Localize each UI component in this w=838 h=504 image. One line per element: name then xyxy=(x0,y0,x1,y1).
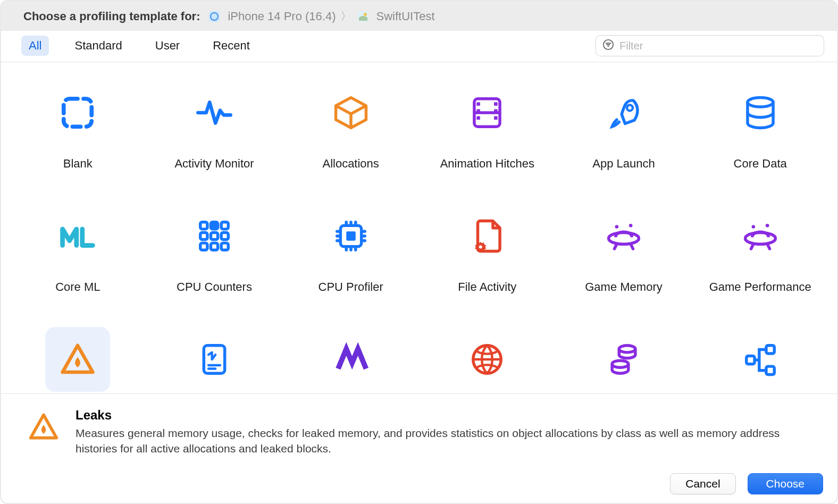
template-label: Allocations xyxy=(315,155,386,173)
detail-panel: Leaks Measures general memory usage, che… xyxy=(1,393,837,468)
template-grid: BlankActivity MonitorAllocationsAnimatio… xyxy=(10,80,828,393)
tab-all[interactable]: All xyxy=(21,36,49,56)
breadcrumb-app[interactable]: SwiftUITest xyxy=(376,10,435,23)
template-core-ml[interactable]: Core ML xyxy=(16,204,139,296)
metal-m-icon xyxy=(319,327,383,392)
header-title: Choose a profiling template for: xyxy=(23,10,200,23)
template-label: Game Memory xyxy=(577,278,669,296)
template-activity-monitor[interactable]: Activity Monitor xyxy=(153,80,275,173)
toolbar: AllStandardUserRecent xyxy=(1,31,837,62)
template-cpu-profiler[interactable]: CPU Profiler xyxy=(290,204,412,296)
choose-button[interactable]: Choose xyxy=(748,473,823,494)
template-label: Core Data xyxy=(726,155,794,173)
template-grid-scroll[interactable]: BlankActivity MonitorAllocationsAnimatio… xyxy=(1,62,837,393)
footer-buttons: Cancel Choose xyxy=(1,468,837,503)
tab-standard[interactable]: Standard xyxy=(67,36,129,56)
chip-icon xyxy=(319,204,383,268)
template-allocations[interactable]: Allocations xyxy=(290,80,412,173)
template-cpu-counters[interactable]: CPU Counters xyxy=(153,204,275,296)
template-swift-concurrency[interactable]: Swift Concurrency xyxy=(699,327,822,393)
nodes-icon xyxy=(728,327,793,392)
template-label: Animation Hitches xyxy=(433,155,542,173)
grid9-icon xyxy=(182,204,247,268)
template-network[interactable]: Network xyxy=(426,327,548,393)
template-metal-system-trace[interactable]: Metal System Trace xyxy=(290,327,412,393)
tab-user[interactable]: User xyxy=(148,36,187,56)
filter-field[interactable] xyxy=(596,35,824,56)
chevron-right-icon: 〉 xyxy=(340,9,352,24)
template-label: App Launch xyxy=(585,155,662,173)
leak-icon xyxy=(45,327,110,392)
film-icon xyxy=(455,80,519,145)
header-bar: Choose a profiling template for: iPhone … xyxy=(1,1,837,31)
cylinder-icon xyxy=(728,80,793,145)
breadcrumb-device[interactable]: iPhone 14 Pro (16.4) xyxy=(228,10,336,23)
tab-recent[interactable]: Recent xyxy=(205,36,257,56)
template-label: CPU Profiler xyxy=(311,278,391,296)
template-game-performance[interactable]: Game Performance xyxy=(699,204,822,296)
template-leaks[interactable]: Leaks xyxy=(16,327,139,393)
cancel-button[interactable]: Cancel xyxy=(670,473,735,494)
activity-icon xyxy=(182,80,247,145)
filter-icon xyxy=(602,39,614,53)
template-label: File Activity xyxy=(450,278,524,296)
template-file-activity[interactable]: File Activity xyxy=(426,204,548,296)
template-label: Blank xyxy=(56,155,100,173)
template-animation-hitches[interactable]: Animation Hitches xyxy=(426,80,548,173)
detail-text: Leaks Measures general memory usage, che… xyxy=(76,408,810,456)
template-app-launch[interactable]: App Launch xyxy=(563,80,685,173)
ml-icon xyxy=(45,204,110,268)
cube-icon xyxy=(319,80,383,145)
detail-title: Leaks xyxy=(76,408,810,423)
ufo-icon xyxy=(728,204,793,268)
device-icon xyxy=(207,10,221,23)
blank-icon xyxy=(45,80,110,145)
template-label: Core ML xyxy=(48,278,107,296)
detail-description: Measures general memory usage, checks fo… xyxy=(76,426,810,456)
template-core-data[interactable]: Core Data xyxy=(699,80,822,173)
template-logging[interactable]: Logging xyxy=(153,327,275,393)
app-icon xyxy=(356,10,370,23)
template-chooser-window: Choose a profiling template for: iPhone … xyxy=(0,0,838,504)
filter-input[interactable] xyxy=(619,40,817,52)
template-label: Activity Monitor xyxy=(167,155,261,173)
template-game-memory[interactable]: Game Memory xyxy=(563,204,685,296)
ufo-icon xyxy=(591,204,656,268)
template-label: CPU Counters xyxy=(169,278,259,296)
coins-icon xyxy=(591,327,656,392)
template-label: Game Performance xyxy=(702,278,819,296)
globe-icon xyxy=(455,327,519,392)
file-gear-icon xyxy=(455,204,519,268)
detail-icon xyxy=(28,411,60,443)
template-blank[interactable]: Blank xyxy=(16,80,139,173)
log-doc-icon xyxy=(182,327,247,392)
rocket-icon xyxy=(591,80,656,145)
template-scenekit[interactable]: SceneKit xyxy=(563,327,685,393)
scope-tabs: AllStandardUserRecent xyxy=(21,36,257,56)
